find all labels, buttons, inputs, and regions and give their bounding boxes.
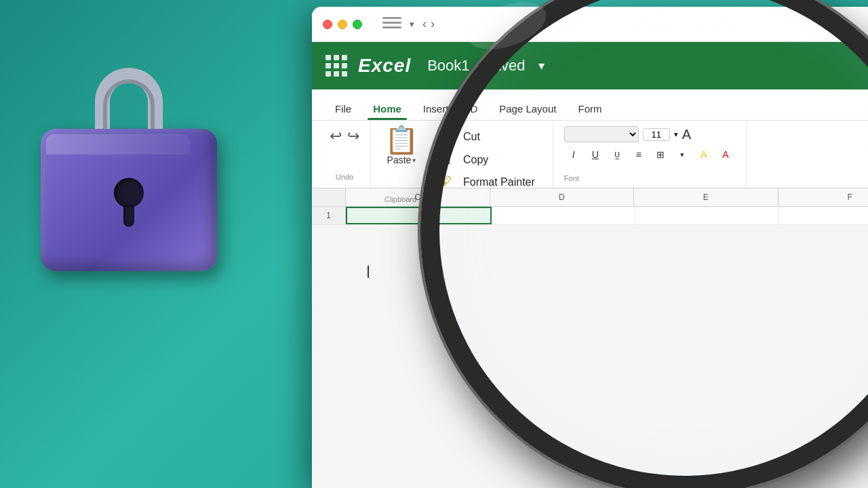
paste-button[interactable]: 📋 Paste ▾ — [384, 126, 425, 165]
keyhole-slot — [123, 205, 134, 227]
cell-d1[interactable] — [492, 207, 635, 224]
font-family-select[interactable] — [564, 126, 639, 142]
forward-arrow-icon[interactable]: › — [431, 17, 435, 31]
column-headers: C D E F — [312, 188, 868, 207]
row-num-header — [312, 188, 346, 206]
toggle-line-3 — [382, 26, 401, 28]
paste-label: Paste — [387, 155, 412, 165]
menu-bar: File Home Insert D Page Layout Form — [312, 89, 868, 121]
apps-grid-icon[interactable] — [326, 55, 347, 77]
font-color-button[interactable]: A — [716, 145, 735, 164]
format-painter-icon: 🖌 — [436, 174, 455, 190]
redo-button[interactable]: ↪ — [347, 127, 359, 145]
col-header-c: C — [346, 188, 490, 206]
paste-chevron-icon: ▾ — [412, 157, 416, 164]
workbook-name: Book1 - Saved — [427, 57, 525, 75]
ribbon: ↩ ↪ Undo 📋 Paste ▾ ✂ — [312, 121, 868, 188]
excel-window: ▾ ‹ › Excel Book1 - Saved ▾ File — [312, 7, 868, 488]
toggle-line-2 — [382, 22, 401, 24]
borders-button[interactable]: ⊞ — [651, 145, 670, 164]
back-arrow-icon[interactable]: ‹ — [422, 17, 427, 31]
copy-label: Copy — [463, 154, 488, 166]
padlock — [41, 68, 231, 285]
cut-label: Cut — [463, 131, 480, 143]
toolbar-area: ▾ ‹ › — [369, 17, 868, 32]
cell-e1[interactable] — [635, 207, 779, 224]
tab-formulas[interactable]: Form — [568, 99, 611, 120]
close-button[interactable] — [323, 20, 332, 29]
font-label: Font — [564, 171, 735, 182]
toggle-line-1 — [382, 17, 401, 19]
row-number-1: 1 — [312, 207, 346, 224]
dropdown-arrow-icon: ▾ — [410, 19, 414, 29]
double-underline-button[interactable]: U̲ — [608, 145, 627, 164]
traffic-lights — [323, 20, 362, 29]
title-bar: ▾ ‹ › — [312, 7, 868, 42]
cell-f1[interactable] — [778, 207, 868, 224]
keyhole — [114, 178, 144, 227]
tab-home[interactable]: Home — [363, 99, 411, 120]
nav-arrows: ‹ › — [422, 17, 435, 31]
app-title: Excel — [358, 55, 411, 77]
format-painter-label: Format Painter — [463, 176, 535, 188]
undo-label: Undo — [336, 170, 353, 181]
tab-insert[interactable]: Insert — [414, 99, 458, 120]
maximize-button[interactable] — [353, 20, 362, 29]
undo-button[interactable]: ↩ — [330, 127, 342, 145]
italic-button[interactable]: I — [564, 145, 583, 164]
chevron-borders-icon: ▾ — [673, 145, 692, 164]
col-header-f: F — [778, 188, 869, 206]
lock-shackle — [95, 68, 163, 129]
lock-body — [41, 129, 217, 271]
minimize-button[interactable] — [338, 20, 347, 29]
paste-icon: 📋 — [384, 126, 418, 153]
underline-button[interactable]: U — [586, 145, 605, 164]
copy-icon: ⧉ — [436, 152, 455, 167]
strikethrough-button[interactable]: ≡ — [629, 145, 648, 164]
table-row: 1 — [312, 207, 868, 225]
tab-d[interactable]: D — [460, 99, 487, 120]
font-size-chevron-icon: ▾ — [674, 130, 678, 139]
tab-page-layout[interactable]: Page Layout — [490, 99, 566, 120]
tab-file[interactable]: File — [326, 99, 361, 120]
cell-c1[interactable] — [346, 207, 492, 224]
clipboard-section: 📋 Paste ▾ ✂ Cut ⧉ Copy — [371, 121, 553, 188]
undo-redo-buttons: ↩ ↪ — [330, 127, 359, 145]
workbook-chevron-icon[interactable]: ▾ — [538, 58, 545, 73]
col-header-e: E — [634, 188, 778, 206]
keyhole-circle — [114, 178, 144, 208]
spreadsheet: C D E F 1 — [312, 188, 868, 225]
copy-button[interactable]: ⧉ Copy — [432, 149, 539, 170]
cursor-indicator — [368, 266, 374, 278]
header-bar: Excel Book1 - Saved ▾ — [312, 42, 868, 89]
col-header-d: D — [490, 188, 635, 206]
font-size-large-icon: A — [682, 127, 691, 142]
sidebar-toggle-button[interactable] — [382, 17, 401, 32]
undo-section: ↩ ↪ Undo — [319, 121, 371, 188]
clipboard-actions: ✂ Cut ⧉ Copy 🖌 Format Painter — [432, 126, 539, 192]
font-section: 11 ▾ A I U U̲ ≡ ⊞ ▾ A A Font — [553, 121, 747, 188]
font-size-display: 11 — [643, 128, 670, 141]
scissors-icon: ✂ — [436, 129, 455, 145]
cut-button[interactable]: ✂ Cut — [432, 126, 539, 148]
highlight-color-button[interactable]: A — [694, 145, 713, 164]
